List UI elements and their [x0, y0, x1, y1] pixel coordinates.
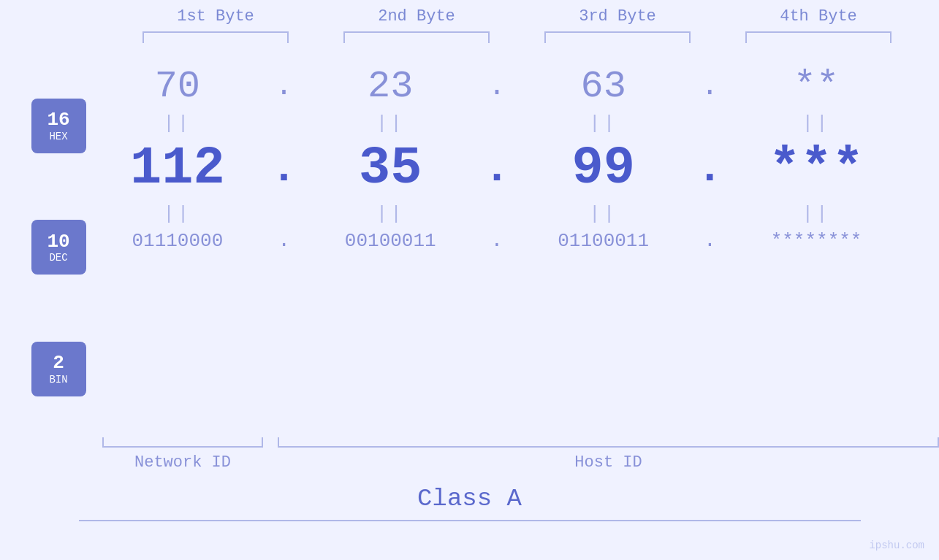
equals-row-2: || || || ||	[95, 203, 899, 225]
hex-row: 70 . 23 . 63 . **	[95, 65, 899, 108]
dec-b2: 35	[317, 139, 463, 199]
host-bracket	[278, 437, 939, 448]
eq2-b4: ||	[743, 203, 889, 225]
byte-headers: 1st Byte 2nd Byte 3rd Byte 4th Byte	[115, 7, 919, 26]
badges-column: 16 HEX 10 DEC 2 BIN	[0, 65, 95, 430]
hex-b2: 23	[317, 65, 463, 108]
dec-badge-num: 10	[47, 231, 69, 253]
bin-b4: ********	[743, 230, 889, 252]
dec-row: 112 . 35 . 99 . ***	[95, 139, 899, 199]
dec-dot1: .	[270, 144, 299, 193]
class-label: Class A	[79, 485, 861, 521]
eq2-b1: ||	[104, 203, 251, 225]
hex-dot3: .	[695, 70, 724, 103]
eq2-b2: ||	[317, 203, 463, 225]
network-id-label: Network ID	[134, 453, 231, 472]
bin-badge: 2 BIN	[31, 342, 86, 396]
watermark: ipshu.com	[869, 540, 924, 551]
hex-b1: 70	[104, 65, 251, 108]
bracket-2	[343, 31, 490, 43]
host-id-label: Host ID	[574, 453, 642, 472]
class-section: Class A	[0, 485, 939, 521]
page-container: 1st Byte 2nd Byte 3rd Byte 4th Byte 16 H…	[0, 0, 939, 560]
eq2-b3: ||	[531, 203, 677, 225]
hex-dot1: .	[270, 70, 299, 103]
bin-b1: 01110000	[104, 230, 251, 252]
eq1-b4: ||	[743, 112, 889, 134]
dec-badge-label: DEC	[49, 252, 67, 264]
hex-badge-num: 16	[47, 110, 69, 131]
bin-badge-num: 2	[53, 353, 64, 374]
byte3-label: 3rd Byte	[544, 7, 691, 26]
bin-b2: 00100011	[317, 230, 463, 252]
top-brackets	[115, 31, 919, 43]
bottom-section: Network ID Host ID	[0, 437, 939, 472]
network-bracket	[102, 437, 263, 448]
equals-row-1: || || || ||	[95, 112, 899, 134]
byte2-label: 2nd Byte	[343, 7, 490, 26]
dec-b4: ***	[743, 139, 889, 199]
bin-dot2: .	[482, 229, 512, 252]
bin-dot3: .	[695, 229, 724, 252]
bracket-1	[142, 31, 289, 43]
eq1-b3: ||	[531, 112, 677, 134]
data-grid: 70 . 23 . 63 . ** || || || || 112	[95, 65, 939, 430]
bracket-4	[745, 31, 892, 43]
byte4-label: 4th Byte	[745, 7, 892, 26]
bracket-3	[544, 31, 691, 43]
eq1-b2: ||	[317, 112, 463, 134]
byte1-label: 1st Byte	[142, 7, 289, 26]
dec-badge: 10 DEC	[31, 220, 86, 275]
hex-b4: **	[743, 65, 889, 108]
bin-badge-label: BIN	[49, 374, 67, 386]
bin-b3: 01100011	[531, 230, 677, 252]
hex-badge-label: HEX	[49, 131, 67, 142]
dec-b1: 112	[104, 139, 251, 199]
bin-row: 01110000 . 00100011 . 01100011 . *******…	[95, 229, 899, 252]
hex-dot2: .	[482, 70, 512, 103]
dec-b3: 99	[531, 139, 677, 199]
hex-badge: 16 HEX	[31, 99, 86, 153]
dec-dot2: .	[482, 144, 512, 193]
dec-dot3: .	[695, 144, 724, 193]
eq1-b1: ||	[104, 112, 251, 134]
hex-b3: 63	[531, 65, 677, 108]
bin-dot1: .	[270, 229, 299, 252]
